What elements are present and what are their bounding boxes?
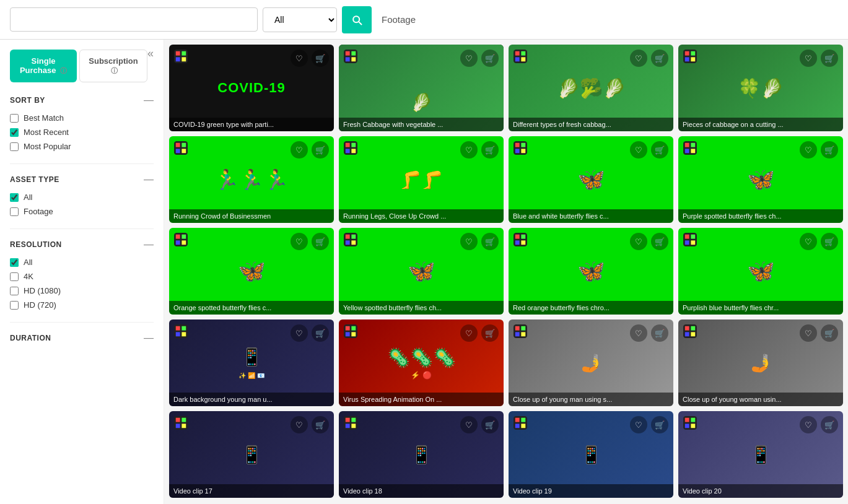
card-10-cart-button[interactable]: 🛒 [481, 233, 499, 250]
duration-collapse-icon[interactable]: — [144, 332, 154, 344]
svg-rect-57 [691, 235, 695, 239]
card-14-favorite-button[interactable]: ♡ [460, 324, 478, 342]
card-16[interactable]: 🤳 ♡ 🛒 Close up of young woman usin... [678, 319, 843, 406]
svg-rect-47 [351, 235, 356, 239]
card-8-favorite-button[interactable]: ♡ [800, 141, 817, 159]
card-17-cart-button[interactable]: 🛒 [312, 416, 329, 433]
card-8-cart-button[interactable]: 🛒 [821, 141, 838, 159]
card-1[interactable]: COVID-19 ♡ 🛒 COVID-19 green type with pa… [169, 45, 334, 131]
card-6-actions: ♡ 🛒 [460, 141, 499, 159]
card-19[interactable]: 📱 ♡ 🛒 Video clip 19 [509, 411, 673, 498]
card-15-cart-button[interactable]: 🛒 [651, 324, 668, 342]
card-20[interactable]: 📱 ♡ 🛒 Video clip 20 [678, 411, 843, 498]
card-6[interactable]: 🦵🦵 ♡ 🛒 Running Legs, Close Up Crowd ... [339, 136, 504, 223]
card-9-favorite-button[interactable]: ♡ [291, 233, 308, 250]
card-16-favorite-button[interactable]: ♡ [800, 324, 817, 342]
card-9-cart-button[interactable]: 🛒 [312, 233, 329, 250]
svg-rect-44 [181, 240, 186, 245]
card-11-favorite-button[interactable]: ♡ [630, 233, 647, 250]
resolution-collapse-icon[interactable]: — [144, 239, 154, 250]
sort-most-popular-checkbox[interactable] [10, 142, 19, 151]
resolution-all[interactable]: All [10, 258, 154, 267]
card-10[interactable]: 🦋 ♡ 🛒 Yellow spotted butterfly flies ch.… [339, 228, 504, 315]
card-5-cart-button[interactable]: 🛒 [312, 141, 329, 159]
card-2-cart-button[interactable]: 🛒 [481, 50, 499, 67]
card-5[interactable]: 🏃‍♂️🏃‍♂️🏃‍♂️ ♡ 🛒 Running Crowd of Busine… [169, 136, 334, 223]
card-2-favorite-button[interactable]: ♡ [460, 50, 478, 67]
card-13-logo [174, 324, 188, 338]
single-purchase-tab[interactable]: Single Purchase ⓘ [10, 50, 77, 82]
search-icon [351, 14, 363, 26]
card-4[interactable]: 🍀🥬 ♡ 🛒 Pieces of cabbage on a cutting ..… [678, 45, 843, 131]
card-20-favorite-button[interactable]: ♡ [800, 416, 817, 433]
card-14[interactable]: 🦠🦠🦠 ⚡ 🔴 ♡ 🛒 Virus Spreading Animation On… [339, 319, 504, 406]
asset-type-collapse-icon[interactable]: — [144, 174, 154, 185]
card-4-favorite-button[interactable]: ♡ [800, 50, 817, 67]
sort-best-match-checkbox[interactable] [10, 114, 19, 123]
card-6-cart-button[interactable]: 🛒 [481, 141, 499, 159]
sidebar-collapse-button[interactable]: « [147, 47, 154, 60]
card-7-cart-button[interactable]: 🛒 [651, 141, 668, 159]
asset-type-all-checkbox[interactable] [10, 193, 19, 202]
svg-rect-73 [515, 332, 520, 336]
filter-select[interactable]: All Footage Images Audio [263, 7, 337, 32]
card-8[interactable]: 🦋 ♡ 🛒 Purple spotted butterfly flies ch.… [678, 136, 843, 223]
asset-type-footage-checkbox[interactable] [10, 207, 19, 216]
card-2[interactable]: 🥬 ♡ 🛒 Fresh Cabbage with vegetable ... [339, 45, 504, 131]
resolution-hd720-checkbox[interactable] [10, 301, 19, 310]
resolution-4k[interactable]: 4K [10, 272, 154, 281]
search-input[interactable]: green screen [10, 7, 258, 32]
resolution-hd720[interactable]: HD (720) [10, 300, 154, 310]
card-15-favorite-button[interactable]: ♡ [630, 324, 647, 342]
sort-most-recent[interactable]: Most Recent [10, 128, 154, 137]
card-2-actions: ♡ 🛒 [460, 50, 499, 67]
card-20-cart-button[interactable]: 🛒 [821, 416, 838, 433]
card-17[interactable]: 📱 ♡ 🛒 Video clip 17 [169, 411, 334, 498]
card-1-cart-button[interactable]: 🛒 [312, 50, 329, 67]
subscription-tab[interactable]: Subscription ⓘ [79, 50, 147, 82]
sort-most-recent-checkbox[interactable] [10, 128, 19, 137]
search-button[interactable] [342, 6, 372, 33]
card-19-favorite-button[interactable]: ♡ [630, 416, 647, 433]
card-18-favorite-button[interactable]: ♡ [460, 416, 478, 433]
card-3[interactable]: 🥬🥦🥬 ♡ 🛒 Different types of fresh cabbag.… [509, 45, 673, 131]
sort-best-match[interactable]: Best Match [10, 113, 154, 123]
card-13[interactable]: 📱 ✨ 📶 📧 ♡ 🛒 Dark background young man u.… [169, 319, 334, 406]
resolution-hd1080-checkbox[interactable] [10, 287, 19, 295]
card-7-label: Blue and white butterfly flies c... [509, 209, 673, 223]
resolution-section: RESOLUTION — All 4K HD (1080) HD (720) [10, 239, 154, 310]
card-10-favorite-button[interactable]: ♡ [460, 233, 478, 250]
asset-type-footage[interactable]: Footage [10, 207, 154, 216]
card-13-cart-button[interactable]: 🛒 [312, 324, 329, 342]
card-5-favorite-button[interactable]: ♡ [291, 141, 308, 159]
card-11[interactable]: 🦋 ♡ 🛒 Red orange butterfly flies chro... [509, 228, 673, 315]
card-7-favorite-button[interactable]: ♡ [630, 141, 647, 159]
card-12-cart-button[interactable]: 🛒 [821, 233, 838, 250]
card-14-cart-button[interactable]: 🛒 [481, 324, 499, 342]
card-4-cart-button[interactable]: 🛒 [821, 50, 838, 67]
card-9[interactable]: 🦋 ♡ 🛒 Orange spotted butterfly flies c..… [169, 228, 334, 315]
card-16-cart-button[interactable]: 🛒 [821, 324, 838, 342]
card-12[interactable]: 🦋 ♡ 🛒 Purplish blue butterfly flies chr.… [678, 228, 843, 315]
resolution-4k-checkbox[interactable] [10, 272, 19, 281]
asset-type-all[interactable]: All [10, 193, 154, 202]
sort-most-popular[interactable]: Most Popular [10, 142, 154, 151]
card-3-favorite-button[interactable]: ♡ [630, 50, 647, 67]
card-1-favorite-button[interactable]: ♡ [291, 50, 308, 67]
card-6-favorite-button[interactable]: ♡ [460, 141, 478, 159]
card-3-cart-button[interactable]: 🛒 [651, 50, 668, 67]
card-1-actions: ♡ 🛒 [291, 50, 329, 67]
svg-rect-9 [351, 57, 356, 61]
card-15[interactable]: 🤳 ♡ 🛒 Close up of young man using s... [509, 319, 673, 406]
resolution-all-checkbox[interactable] [10, 258, 19, 267]
card-18[interactable]: 📱 ♡ 🛒 Video clip 18 [339, 411, 504, 498]
card-18-cart-button[interactable]: 🛒 [481, 416, 499, 433]
resolution-hd1080[interactable]: HD (1080) [10, 286, 154, 295]
card-19-cart-button[interactable]: 🛒 [651, 416, 668, 433]
card-7[interactable]: 🦋 ♡ 🛒 Blue and white butterfly flies c..… [509, 136, 673, 223]
card-11-cart-button[interactable]: 🛒 [651, 233, 668, 250]
card-12-favorite-button[interactable]: ♡ [800, 233, 817, 250]
card-17-favorite-button[interactable]: ♡ [291, 416, 308, 433]
sort-by-collapse-icon[interactable]: — [144, 95, 154, 106]
card-13-favorite-button[interactable]: ♡ [291, 324, 308, 342]
